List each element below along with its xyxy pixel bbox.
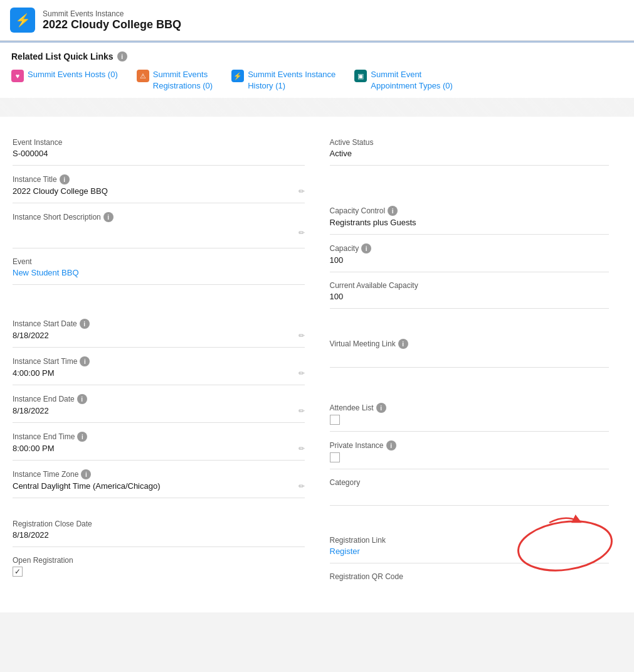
header-subtitle: Summit Events Instance (43, 9, 181, 18)
main-form: Event Instance S-000004 Instance Title i… (0, 117, 634, 612)
event-instance-label: Event Instance (13, 129, 305, 147)
instance-timezone-value: Central Daylight Time (America/Chicago) … (13, 481, 305, 498)
private-instance-info-icon: i (386, 440, 396, 451)
virtual-meeting-label: Virtual Meeting Link i (330, 330, 610, 349)
history-link[interactable]: Summit Events InstanceHistory (1) (248, 69, 335, 92)
related-list-section: Related List Quick Links i ♥ Summit Even… (0, 41, 634, 98)
reg-close-date-value: 8/18/2022 (13, 530, 305, 547)
related-links-container: ♥ Summit Events Hosts (0) ⚠ Summit Event… (11, 69, 623, 92)
related-link-hosts: ♥ Summit Events Hosts (0) (11, 69, 137, 92)
instance-timezone-edit-icon[interactable]: ✏ (299, 482, 305, 491)
event-field: Event New Student BBQ (13, 248, 305, 285)
instance-timezone-field: Instance Time Zone i Central Daylight Ti… (13, 461, 305, 498)
event-link[interactable]: New Student BBQ (13, 268, 305, 277)
event-value: New Student BBQ (13, 267, 305, 285)
open-registration-field: Open Registration (13, 547, 305, 584)
related-link-registrations: ⚠ Summit EventsRegistrations (0) (137, 69, 231, 92)
open-registration-checkbox[interactable] (13, 567, 23, 577)
instance-start-time-edit-icon[interactable]: ✏ (299, 369, 305, 378)
instance-start-time-field: Instance Start Time i 4:00:00 PM ✏ (13, 348, 305, 385)
event-label: Event (13, 248, 305, 266)
attendee-list-info-icon: i (376, 403, 386, 413)
instance-title-label: Instance Title i (13, 166, 305, 184)
instance-title-info-icon: i (60, 174, 70, 184)
form-right-col: Active Status Active Capacity Control i … (317, 129, 622, 600)
instance-start-date-edit-icon[interactable]: ✏ (299, 331, 305, 340)
instance-start-date-label: Instance Start Date i (13, 310, 305, 329)
instance-short-desc-field: Instance Short Description i ✏ (13, 203, 305, 248)
instance-end-date-edit-icon[interactable]: ✏ (299, 407, 305, 415)
capacity-control-label: Capacity Control i (330, 197, 610, 216)
instance-end-time-info-icon: i (77, 432, 87, 442)
event-instance-value: S-000004 (13, 148, 305, 166)
capacity-field: Capacity i 100 (330, 235, 610, 272)
instance-end-time-value: 8:00:00 PM ✏ (13, 443, 305, 461)
instance-end-date-field: Instance End Date i 8/18/2022 ✏ (13, 385, 305, 423)
virtual-meeting-value (330, 350, 610, 368)
open-registration-label: Open Registration (13, 547, 305, 565)
reg-close-date-label: Registration Close Date (13, 511, 305, 528)
active-status-label: Active Status (330, 129, 610, 147)
category-label: Category (330, 469, 610, 487)
capacity-label: Capacity i (330, 235, 610, 253)
attendee-list-field: Attendee List i (330, 394, 610, 432)
page-header: ⚡ Summit Events Instance 2022 Cloudy Col… (0, 0, 634, 41)
instance-short-desc-edit-icon[interactable]: ✏ (299, 228, 305, 237)
related-list-info-icon: i (117, 51, 127, 61)
registration-link-value: Register (330, 546, 610, 563)
app-icon: ⚡ (10, 8, 35, 33)
hosts-link[interactable]: Summit Events Hosts (0) (28, 69, 118, 80)
registration-qr-field: Registration QR Code (330, 563, 610, 600)
registrations-link[interactable]: Summit EventsRegistrations (0) (153, 69, 213, 92)
private-instance-checkbox[interactable] (330, 452, 340, 462)
appointment-icon: ▣ (354, 70, 367, 82)
capacity-control-info-icon: i (388, 206, 398, 216)
instance-end-date-value: 8/18/2022 ✏ (13, 405, 305, 423)
instance-start-time-label: Instance Start Time i (13, 348, 305, 366)
instance-title-value: 2022 Cloudy College BBQ ✏ (13, 186, 305, 203)
current-available-field: Current Available Capacity 100 (330, 272, 610, 309)
form-grid: Event Instance S-000004 Instance Title i… (13, 129, 621, 600)
instance-title-field: Instance Title i 2022 Cloudy College BBQ… (13, 166, 305, 203)
virtual-meeting-field: Virtual Meeting Link i (330, 330, 610, 368)
attendee-list-value (330, 414, 610, 432)
hosts-icon: ♥ (11, 70, 24, 82)
instance-short-desc-value: ✏ (13, 223, 305, 248)
related-list-title: Related List Quick Links (11, 51, 114, 61)
section-banner (0, 98, 634, 117)
appointment-link[interactable]: Summit EventAppointment Types (0) (371, 69, 453, 92)
instance-title-edit-icon[interactable]: ✏ (299, 187, 305, 196)
private-instance-value (330, 452, 610, 469)
instance-short-desc-info-icon: i (103, 212, 114, 222)
form-left-col: Event Instance S-000004 Instance Title i… (13, 129, 317, 600)
virtual-meeting-info-icon: i (398, 339, 408, 349)
registration-link-field: Registration Link Register (330, 527, 610, 563)
registration-qr-value (330, 582, 610, 600)
attendee-list-checkbox[interactable] (330, 415, 340, 425)
history-icon: ⚡ (231, 70, 244, 82)
current-available-label: Current Available Capacity (330, 272, 610, 290)
current-available-value: 100 (330, 291, 610, 309)
registration-link-label: Registration Link (330, 527, 610, 545)
instance-end-date-info-icon: i (77, 394, 87, 404)
capacity-control-value: Registrants plus Guests (330, 217, 610, 235)
instance-timezone-info-icon: i (81, 469, 91, 479)
registration-qr-label: Registration QR Code (330, 563, 610, 581)
instance-timezone-label: Instance Time Zone i (13, 461, 305, 479)
header-text: Summit Events Instance 2022 Cloudy Colle… (43, 9, 181, 31)
register-link[interactable]: Register (330, 547, 610, 556)
instance-start-date-value: 8/18/2022 ✏ (13, 330, 305, 348)
active-status-field: Active Status Active (330, 129, 610, 166)
private-instance-field: Private Instance i (330, 432, 610, 469)
capacity-control-field: Capacity Control i Registrants plus Gues… (330, 197, 610, 235)
related-list-header: Related List Quick Links i (11, 51, 623, 61)
reg-close-date-field: Registration Close Date 8/18/2022 (13, 511, 305, 547)
category-value (330, 488, 610, 506)
instance-end-time-edit-icon[interactable]: ✏ (299, 444, 305, 453)
related-link-history: ⚡ Summit Events InstanceHistory (1) (231, 69, 354, 92)
instance-short-desc-label: Instance Short Description i (13, 203, 305, 222)
instance-end-time-label: Instance End Time i (13, 423, 305, 442)
capacity-value: 100 (330, 255, 610, 272)
registrations-icon: ⚠ (137, 70, 149, 82)
attendee-list-label: Attendee List i (330, 394, 610, 413)
